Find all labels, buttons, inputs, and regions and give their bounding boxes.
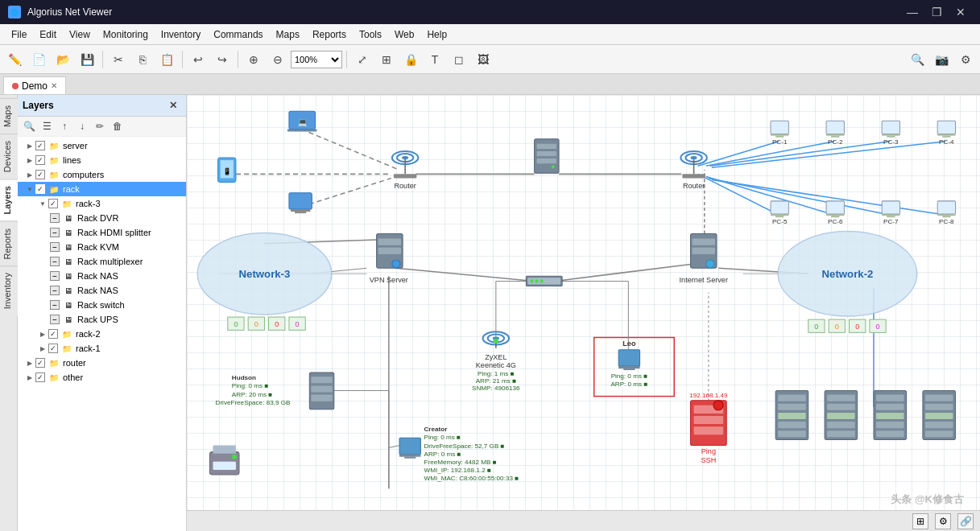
tree-lines[interactable]: ▶ ✓ 📁 lines — [18, 153, 186, 167]
zoom-select[interactable]: 100% 75% 50% 150% — [291, 51, 342, 68]
label-rack1: rack-1 — [76, 344, 101, 353]
tool-shape[interactable]: ◻ — [448, 48, 470, 71]
check-rack-dvr[interactable]: ‒ — [50, 213, 60, 223]
menu-tools[interactable]: Tools — [353, 27, 388, 43]
tree-computers[interactable]: ▶ ✓ 📁 computers — [18, 167, 186, 182]
panel-close-btn[interactable]: ✕ — [165, 97, 181, 113]
tool-cut[interactable]: ✂ — [107, 48, 130, 71]
svg-rect-86 — [693, 248, 715, 254]
check-rack1[interactable]: ✓ — [48, 344, 58, 353]
tool-undo[interactable]: ↩ — [187, 48, 209, 71]
check-rack-nas-2[interactable]: ‒ — [50, 286, 60, 295]
menu-help[interactable]: Help — [420, 27, 453, 43]
tool-lock[interactable]: 🔒 — [399, 48, 422, 71]
minimize-button[interactable]: — — [901, 1, 924, 23]
tree-rack-switch[interactable]: ‒ 🖥 Rack switch — [18, 298, 186, 312]
tool-settings[interactable]: ⚙ — [954, 48, 977, 71]
tree-rack-ups[interactable]: ‒ 🖥 Rack UPS — [18, 312, 186, 327]
tool-camera[interactable]: 📷 — [930, 48, 953, 71]
restore-button[interactable]: ❐ — [925, 1, 948, 23]
tool-image[interactable]: 🖼 — [472, 48, 494, 71]
canvas-tab-demo[interactable]: Demo ✕ — [3, 76, 66, 94]
status-btn-3[interactable]: 🔗 — [957, 513, 974, 529]
tree-rack-nas-1[interactable]: ‒ 🖥 Rack NAS — [18, 269, 186, 283]
panel-btn-search[interactable]: 🔍 — [21, 118, 37, 134]
check-rack-nas-1[interactable]: ‒ — [50, 271, 60, 281]
tree-server[interactable]: ▶ ✓ 📁 server — [18, 138, 186, 153]
check-rack-multiplexer[interactable]: ‒ — [50, 257, 60, 266]
check-lines[interactable]: ✓ — [35, 155, 45, 165]
tool-paste[interactable]: 📋 — [155, 48, 178, 71]
panel-btn-up[interactable]: ↑ — [56, 118, 72, 134]
check-rack2[interactable]: ✓ — [48, 329, 58, 339]
layer-panel: Layers ✕ 🔍 ☰ ↑ ↓ ✏ 🗑 ▶ ✓ 📁 — [18, 95, 187, 531]
tree-rack-nas-2[interactable]: ‒ 🖥 Rack NAS — [18, 283, 186, 298]
panel-btn-add[interactable]: ☰ — [39, 118, 55, 134]
panel-btn-edit[interactable]: ✏ — [92, 118, 108, 134]
svg-rect-124 — [942, 216, 950, 217]
tool-new[interactable]: 📄 — [27, 48, 50, 71]
svg-rect-192 — [925, 404, 953, 410]
tab-layers[interactable]: Layers — [0, 179, 18, 220]
svg-text:PC-7: PC-7 — [883, 218, 899, 225]
tree-other[interactable]: ▶ ✓ 📁 other — [18, 370, 186, 385]
tree-router[interactable]: ▶ ✓ 📁 router — [18, 356, 186, 370]
close-button[interactable]: ✕ — [949, 1, 972, 23]
check-rack-hdmi[interactable]: ‒ — [50, 228, 60, 237]
check-router[interactable]: ✓ — [35, 358, 45, 368]
check-computers[interactable]: ✓ — [35, 170, 45, 179]
menu-monitoring[interactable]: Monitoring — [97, 27, 155, 43]
svg-point-92 — [535, 279, 539, 282]
tool-save[interactable]: 💾 — [76, 48, 98, 71]
check-rack-switch[interactable]: ‒ — [50, 300, 60, 310]
tree-rack-kvm[interactable]: ‒ 🖥 Rack KVM — [18, 240, 186, 254]
tab-devices[interactable]: Devices — [0, 134, 18, 179]
menu-commands[interactable]: Commands — [207, 27, 269, 43]
check-rack-kvm[interactable]: ‒ — [50, 242, 60, 252]
check-server[interactable]: ✓ — [35, 141, 45, 150]
tree-rack[interactable]: ▼ ✓ 📁 rack — [18, 182, 186, 196]
svg-rect-98 — [826, 121, 844, 134]
check-rack3[interactable]: ✓ — [48, 199, 58, 208]
svg-rect-72 — [682, 174, 705, 178]
tool-zoom-in[interactable]: ⊕ — [242, 48, 265, 71]
menu-file[interactable]: File — [5, 27, 33, 43]
menu-maps[interactable]: Maps — [270, 27, 306, 43]
tool-cursor[interactable]: ✏️ — [3, 48, 26, 71]
tree-rack-hdmi[interactable]: ‒ 🖥 Rack HDMI splitter — [18, 225, 186, 240]
tool-zoom-out[interactable]: ⊖ — [267, 48, 289, 71]
tree-rack3[interactable]: ▼ ✓ 📁 rack-3 — [18, 196, 186, 211]
tree-rack-dvr[interactable]: ‒ 🖥 Rack DVR — [18, 211, 186, 225]
svg-text:0: 0 — [855, 323, 859, 331]
tree-rack2[interactable]: ▶ ✓ 📁 rack-2 — [18, 327, 186, 341]
check-rack[interactable]: ✓ — [35, 184, 45, 194]
tool-search[interactable]: 🔍 — [906, 48, 928, 71]
svg-text:0: 0 — [876, 323, 880, 331]
status-btn-1[interactable]: ⊞ — [912, 513, 928, 529]
tool-fit[interactable]: ⤢ — [351, 48, 374, 71]
panel-btn-down[interactable]: ↓ — [74, 118, 90, 134]
tab-maps[interactable]: Maps — [0, 98, 18, 134]
canvas-area[interactable]: Network-3 Network-2 0 0 0 0 0 0 0 0 — [187, 95, 980, 531]
tool-redo[interactable]: ↪ — [211, 48, 234, 71]
menu-inventory[interactable]: Inventory — [155, 27, 207, 43]
menu-web[interactable]: Web — [388, 27, 420, 43]
tree-rack-multiplexer[interactable]: ‒ 🖥 Rack multiplexer — [18, 254, 186, 269]
tool-copy[interactable]: ⎘ — [131, 48, 154, 71]
panel-btn-delete[interactable]: 🗑 — [110, 118, 126, 134]
tool-open[interactable]: 📂 — [52, 48, 74, 71]
check-rack-ups[interactable]: ‒ — [50, 315, 60, 324]
check-other[interactable]: ✓ — [35, 373, 45, 382]
tab-inventory[interactable]: Inventory — [0, 266, 18, 315]
menu-view[interactable]: View — [63, 27, 97, 43]
tool-grid[interactable]: ⊞ — [375, 48, 398, 71]
tool-text[interactable]: T — [424, 48, 446, 71]
tab-reports[interactable]: Reports — [0, 221, 18, 266]
tree-rack1[interactable]: ▶ ✓ 📁 rack-1 — [18, 341, 186, 356]
status-btn-2[interactable]: ⚙ — [935, 513, 951, 529]
svg-text:0: 0 — [275, 320, 279, 328]
menu-edit[interactable]: Edit — [33, 27, 63, 43]
titlebar-controls: — ❐ ✕ — [901, 1, 972, 23]
menu-reports[interactable]: Reports — [306, 27, 353, 43]
tab-close-icon[interactable]: ✕ — [51, 81, 57, 90]
